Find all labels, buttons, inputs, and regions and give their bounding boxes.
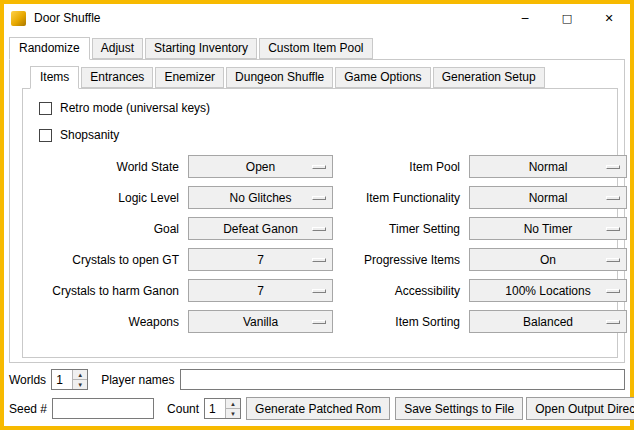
generate-patched-rom-button[interactable]: Generate Patched Rom xyxy=(246,397,390,420)
goal-dropdown[interactable]: Defeat Ganon xyxy=(188,217,333,240)
progressive-items-dropdown[interactable]: On xyxy=(469,248,627,271)
dropdown-indicator-icon xyxy=(606,196,620,200)
right-buttons: Save Settings to File Open Output Direct… xyxy=(395,397,634,420)
tab-generation-setup[interactable]: Generation Setup xyxy=(433,67,545,88)
tab-randomize[interactable]: Randomize xyxy=(9,37,90,60)
worlds-label: Worlds xyxy=(9,373,46,387)
option-label: Progressive Items xyxy=(342,253,460,267)
window-body: Randomize Adjust Starting Inventory Cust… xyxy=(4,32,630,426)
spinner-arrows: ▲ ▼ xyxy=(72,370,87,389)
dropdown-indicator-icon xyxy=(312,227,326,231)
tab-enemizer[interactable]: Enemizer xyxy=(155,67,224,88)
dropdown-indicator-icon xyxy=(312,320,326,324)
seed-row: Seed # Count 1 ▲ ▼ Generate Patched Rom … xyxy=(9,397,625,420)
player-names-label: Player names xyxy=(101,373,174,387)
secondary-tabs: Items Entrances Enemizer Dungeon Shuffle… xyxy=(22,66,618,88)
crystals-open-gt-dropdown[interactable]: 7 xyxy=(188,248,333,271)
accessibility-dropdown[interactable]: 100% Locations xyxy=(469,279,627,302)
randomize-pane: Items Entrances Enemizer Dungeon Shuffle… xyxy=(9,59,625,363)
option-label: Logic Level xyxy=(29,191,179,205)
save-settings-button[interactable]: Save Settings to File xyxy=(395,397,523,420)
option-label: Crystals to harm Ganon xyxy=(29,284,179,298)
checkbox-label: Shopsanity xyxy=(60,128,119,142)
crystals-harm-ganon-dropdown[interactable]: 7 xyxy=(188,279,333,302)
tab-dungeon-shuffle[interactable]: Dungeon Shuffle xyxy=(226,67,333,88)
primary-tabs: Randomize Adjust Starting Inventory Cust… xyxy=(9,37,625,59)
bottom-bar: Worlds 1 ▲ ▼ Player names Seed # Count 1 xyxy=(9,369,625,420)
window-title: Door Shuffle xyxy=(34,11,504,25)
dropdown-indicator-icon xyxy=(606,258,620,262)
shopsanity-checkbox[interactable]: Shopsanity xyxy=(39,128,611,142)
tab-items[interactable]: Items xyxy=(30,66,79,89)
option-label: Timer Setting xyxy=(342,222,460,236)
open-output-directory-button[interactable]: Open Output Directory xyxy=(526,397,634,420)
spin-up-icon[interactable]: ▲ xyxy=(73,370,87,380)
spin-down-icon[interactable]: ▼ xyxy=(226,409,240,418)
dropdown-indicator-icon xyxy=(312,289,326,293)
options-grid: World State Open Item Pool Normal Logic … xyxy=(29,155,611,333)
option-label: Weapons xyxy=(29,315,179,329)
maximize-button[interactable]: □ xyxy=(546,4,588,32)
spin-up-icon[interactable]: ▲ xyxy=(226,399,240,409)
dropdown-indicator-icon xyxy=(606,320,620,324)
logic-level-dropdown[interactable]: No Glitches xyxy=(188,186,333,209)
seed-label: Seed # xyxy=(9,402,47,416)
option-label: Item Functionality xyxy=(342,191,460,205)
window: Door Shuffle ─ □ ✕ Randomize Adjust Star… xyxy=(0,0,634,430)
dropdown-indicator-icon xyxy=(606,227,620,231)
option-label: Accessibility xyxy=(342,284,460,298)
count-spinner[interactable]: 1 ▲ ▼ xyxy=(204,398,241,419)
item-sorting-dropdown[interactable]: Balanced xyxy=(469,310,627,333)
item-functionality-dropdown[interactable]: Normal xyxy=(469,186,627,209)
items-pane: Retro mode (universal keys) Shopsanity W… xyxy=(22,88,618,358)
dropdown-indicator-icon xyxy=(606,165,620,169)
tab-entrances[interactable]: Entrances xyxy=(81,67,153,88)
tab-game-options[interactable]: Game Options xyxy=(335,67,430,88)
seed-input[interactable] xyxy=(52,398,154,419)
worlds-spinner[interactable]: 1 ▲ ▼ xyxy=(51,369,88,390)
spin-down-icon[interactable]: ▼ xyxy=(73,380,87,389)
retro-mode-checkbox[interactable]: Retro mode (universal keys) xyxy=(39,101,611,115)
weapons-dropdown[interactable]: Vanilla xyxy=(188,310,333,333)
world-state-dropdown[interactable]: Open xyxy=(188,155,333,178)
checkbox-label: Retro mode (universal keys) xyxy=(60,101,210,115)
window-controls: ─ □ ✕ xyxy=(504,4,630,32)
dropdown-indicator-icon xyxy=(312,196,326,200)
option-label: Item Sorting xyxy=(342,315,460,329)
dropdown-indicator-icon xyxy=(312,258,326,262)
checkbox-box-icon[interactable] xyxy=(39,129,52,142)
dropdown-indicator-icon xyxy=(312,165,326,169)
option-label: Crystals to open GT xyxy=(29,253,179,267)
option-label: Item Pool xyxy=(342,160,460,174)
dropdown-indicator-icon xyxy=(606,289,620,293)
option-label: Goal xyxy=(29,222,179,236)
minimize-button[interactable]: ─ xyxy=(504,4,546,32)
app-icon xyxy=(11,11,26,26)
tab-custom-item-pool[interactable]: Custom Item Pool xyxy=(259,38,372,59)
option-label: World State xyxy=(29,160,179,174)
player-names-input[interactable] xyxy=(180,369,626,390)
primary-notebook: Randomize Adjust Starting Inventory Cust… xyxy=(9,37,625,363)
titlebar[interactable]: Door Shuffle ─ □ ✕ xyxy=(4,4,630,32)
checkbox-box-icon[interactable] xyxy=(39,102,52,115)
tab-adjust[interactable]: Adjust xyxy=(92,38,143,59)
tab-starting-inventory[interactable]: Starting Inventory xyxy=(145,38,257,59)
close-button[interactable]: ✕ xyxy=(588,4,630,32)
timer-setting-dropdown[interactable]: No Timer xyxy=(469,217,627,240)
count-label: Count xyxy=(167,402,199,416)
spinner-arrows: ▲ ▼ xyxy=(225,399,240,418)
worlds-row: Worlds 1 ▲ ▼ Player names xyxy=(9,369,625,390)
item-pool-dropdown[interactable]: Normal xyxy=(469,155,627,178)
